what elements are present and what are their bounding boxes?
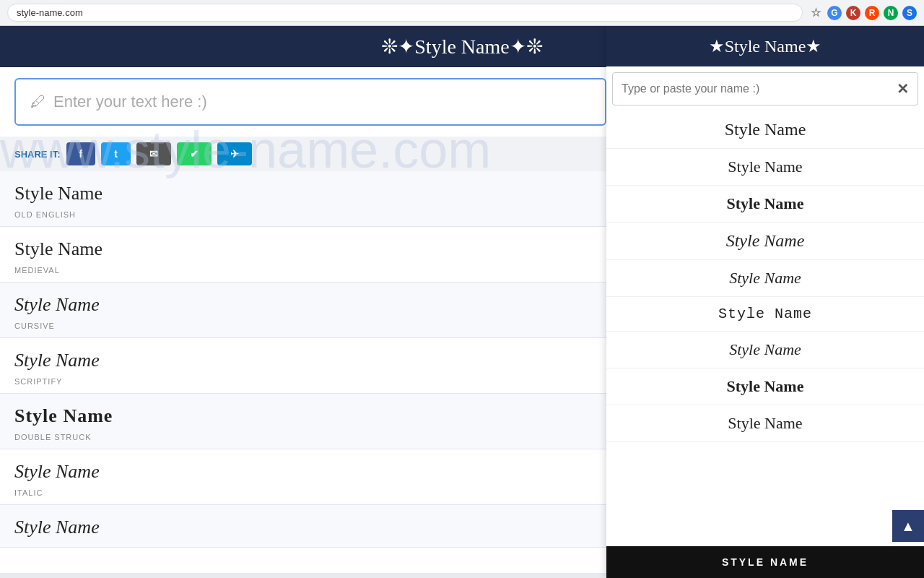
panel-style-item[interactable]: Style Name — [606, 149, 924, 186]
panel-style-item[interactable]: Style Name — [606, 223, 924, 260]
panel-style-item[interactable]: Style Name — [606, 111, 924, 149]
browser-url: style-name.com — [7, 4, 803, 22]
font-label-old-english: OLD ENGLISH — [14, 210, 76, 219]
font-label-medieval: MEDIEVAL — [14, 266, 60, 275]
font-display-scriptify: Style Name — [14, 350, 592, 371]
font-display-cursive: Style Name — [14, 294, 592, 316]
font-label-scriptify: SCRIPTIFY — [14, 377, 62, 386]
panel-search-input[interactable] — [622, 82, 897, 95]
panel-style-item[interactable]: Style Name — [606, 186, 924, 223]
panel-title: ★Style Name★ — [709, 37, 822, 56]
list-item[interactable]: Style Name OLD ENGLISH — [0, 171, 606, 227]
twitter-share-button[interactable]: t — [101, 142, 131, 165]
share-label: SHARE IT: — [14, 149, 61, 160]
whatsapp-icon: ✔ — [190, 148, 199, 160]
s-icon[interactable]: S — [902, 6, 917, 20]
browser-bar: style-name.com ☆ G K R N S — [0, 0, 924, 26]
input-placeholder: Enter your text here :) — [53, 92, 207, 111]
panel-style-item[interactable]: Style Name — [606, 297, 924, 332]
close-button[interactable]: ✕ — [897, 80, 909, 98]
font-label-italic: ITALIC — [14, 488, 43, 497]
panel-styles-list: Style Name Style Name Style Name Style N… — [606, 111, 924, 546]
panel-style-item[interactable]: Style Name — [606, 332, 924, 368]
panel-header: ★Style Name★ — [606, 26, 924, 66]
list-item[interactable]: Style Name MEDIEVAL — [0, 227, 606, 282]
facebook-share-button[interactable]: f — [66, 142, 96, 165]
font-display-italic2: Style Name — [14, 517, 592, 538]
twitter-icon: t — [114, 148, 118, 160]
list-item[interactable]: Style Name — [0, 505, 606, 548]
list-item[interactable]: Style Name DOUBLE STRUCK — [0, 394, 606, 449]
panel-style-item[interactable]: Style Name — [606, 405, 924, 442]
font-label-double-struck: DOUBLE STRUCK — [14, 433, 92, 441]
chevron-up-icon: ▲ — [901, 518, 915, 535]
telegram-share-button[interactable]: ✈ — [217, 142, 252, 165]
telegram-icon: ✈ — [230, 148, 239, 160]
email-icon: ✉ — [149, 148, 158, 160]
panel-search-box[interactable]: ✕ — [612, 72, 918, 105]
list-item[interactable]: Style Name SCRIPTIFY — [0, 338, 606, 394]
facebook-icon: f — [79, 148, 83, 160]
font-display-double-struck: Style Name — [14, 405, 592, 427]
site-title: ❊✦Style Name✦❊ — [381, 35, 542, 58]
font-label-cursive: CURSIVE — [14, 322, 55, 330]
reddit-icon[interactable]: R — [865, 6, 879, 20]
n-icon[interactable]: N — [884, 6, 898, 20]
list-item[interactable]: Style Name CURSIVE — [0, 282, 606, 338]
main-content: ❊✦Style Name✦❊ 🖊 Enter your text here :)… — [0, 26, 924, 578]
right-panel: ★Style Name★ ✕ Style Name Style Name Sty… — [606, 26, 924, 578]
email-share-button[interactable]: ✉ — [136, 142, 171, 165]
bookmark-icon[interactable]: ☆ — [808, 6, 823, 20]
font-display-old-english: Style Name — [14, 183, 592, 204]
whatsapp-share-button[interactable]: ✔ — [177, 142, 212, 165]
browser-icons: ☆ G K R N S — [808, 6, 917, 20]
panel-style-item[interactable]: Style Name — [606, 260, 924, 297]
font-display-medieval: Style Name — [14, 238, 592, 260]
scroll-top-button[interactable]: ▲ — [892, 510, 924, 542]
font-display-italic: Style Name — [14, 461, 592, 483]
pencil-icon: 🖊 — [30, 92, 46, 111]
panel-footer[interactable]: STYLE NAME — [606, 546, 924, 578]
panel-style-item[interactable]: Style Name — [606, 368, 924, 405]
list-item[interactable]: Style Name ITALIC — [0, 449, 606, 505]
k-icon[interactable]: K — [846, 6, 860, 20]
google-icon[interactable]: G — [827, 6, 842, 20]
text-input-box[interactable]: 🖊 Enter your text here :) — [14, 78, 606, 126]
